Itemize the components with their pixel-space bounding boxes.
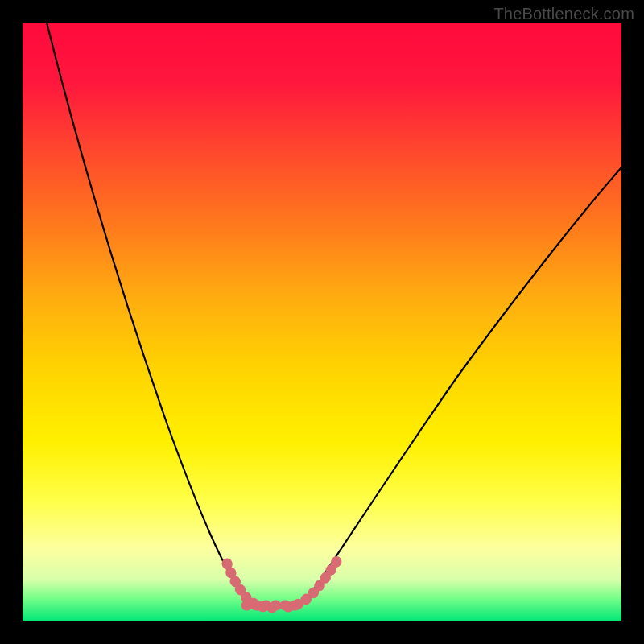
black-curve — [47, 23, 621, 608]
chart-frame: TheBottleneck.com — [0, 0, 644, 644]
plot-area — [23, 23, 621, 621]
curve-layer — [23, 23, 621, 621]
pink-highlight-right — [288, 556, 340, 607]
watermark-text: TheBottleneck.com — [493, 5, 634, 23]
